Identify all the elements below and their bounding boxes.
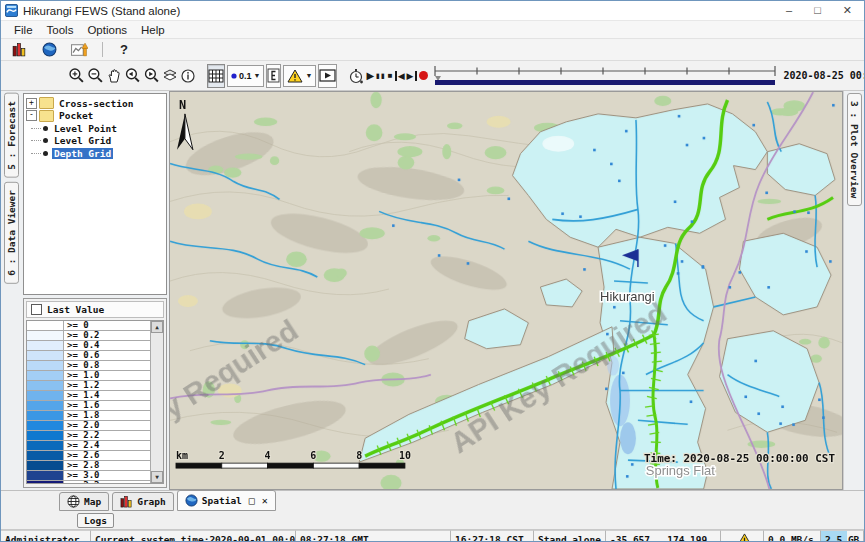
tree-expander-icon[interactable]: + (26, 98, 37, 109)
vertical-tab-plot-overview[interactable]: 3 : Plot Overview (847, 93, 862, 206)
legend-row-label: >= 3.0 (64, 471, 150, 480)
scale-tick: 10 (399, 450, 411, 461)
tree-connector (31, 128, 41, 129)
step-forward-button[interactable]: ▶ (406, 64, 418, 88)
time-settings-button[interactable] (347, 64, 365, 88)
legend-row-label: >= 1.6 (64, 401, 150, 410)
tab-maximize-icon[interactable]: □ (249, 495, 255, 506)
timeseries-dialog-button[interactable] (67, 38, 91, 62)
spatial-globe-icon (185, 494, 198, 507)
tree-item-label: Pocket (57, 110, 95, 121)
last-value-row: Last Value (26, 301, 164, 318)
record-button[interactable] (418, 64, 429, 88)
status-transfer-rate: 0.0 MB/s (764, 530, 821, 542)
pause-button[interactable]: ▮▮ (375, 64, 387, 88)
legend-color-swatch (27, 351, 64, 360)
vertical-tab-forecast[interactable]: 5 : Forecast (4, 93, 19, 178)
dot-icon (231, 73, 237, 79)
tree-item-depth-grid[interactable]: Depth Grid (26, 147, 164, 160)
legend-row-label: >= 2.0 (64, 421, 150, 430)
main-toolbar: ? (1, 39, 864, 61)
legend-row-label: >= 0.4 (64, 341, 150, 350)
app-window: Hikurangi FEWS (Stand alone) – □ ✕ FileT… (0, 0, 865, 542)
title-bar: Hikurangi FEWS (Stand alone) – □ ✕ (1, 1, 864, 21)
logs-button[interactable]: Logs (77, 513, 114, 528)
time-slider-bar (435, 80, 775, 85)
tree-item-cross-section[interactable]: +Cross-section (26, 97, 164, 110)
legend-color-swatch (27, 371, 64, 380)
map-globe-icon (67, 495, 80, 508)
legend-color-swatch (27, 461, 64, 470)
vertical-tab-data-viewer[interactable]: 6 : Data Viewer (4, 182, 19, 284)
tab-label: Spatial (202, 495, 242, 506)
animation-button[interactable] (318, 64, 337, 88)
place-label: Springs Flat (646, 463, 715, 478)
record-icon (419, 71, 428, 80)
menu-item-tools[interactable]: Tools (40, 24, 81, 36)
legend-color-swatch (27, 391, 64, 400)
step-back-button[interactable]: ◀ (394, 64, 406, 88)
legend-row-label: >= 2.2 (64, 431, 150, 440)
last-value-checkbox[interactable] (31, 304, 42, 315)
zoom-previous-button[interactable] (123, 64, 142, 88)
status-warning-cell[interactable] (721, 530, 764, 542)
scroll-down-icon[interactable]: ▼ (151, 471, 163, 483)
folder-icon (39, 97, 54, 109)
tree-expander-icon[interactable]: - (26, 110, 37, 121)
map-viewport[interactable]: API Key Required API Key Required Hikura… (169, 91, 843, 490)
thresholds-warning-dropdown[interactable]: ▼ (283, 65, 316, 87)
movie-play-icon (319, 69, 336, 82)
status-local-time: 16:27:18 CST (451, 530, 534, 542)
legend-row-label: >= 3.2 (64, 481, 150, 483)
zoom-out-button[interactable] (86, 64, 105, 88)
pan-button[interactable] (105, 64, 123, 88)
tab-map[interactable]: Map (59, 492, 109, 511)
legend-row-label: >= 2.4 (64, 441, 150, 450)
scroll-up-icon[interactable]: ▲ (151, 321, 163, 333)
maximize-button[interactable]: □ (814, 1, 821, 20)
time-slider[interactable] (433, 65, 777, 87)
scale-button[interactable] (266, 64, 281, 88)
warning-triangle-icon (287, 69, 303, 83)
tree-item-level-grid[interactable]: Level Grid (26, 135, 164, 148)
stop-button[interactable]: ■ (387, 64, 394, 88)
tab-graph[interactable]: Graph (112, 492, 174, 511)
map-canvas[interactable]: API Key Required API Key Required Hikura… (170, 92, 842, 489)
menu-item-help[interactable]: Help (134, 24, 172, 36)
tree-item-label: Level Grid (52, 135, 113, 146)
tree-item-pocket[interactable]: -Pocket (26, 110, 164, 123)
data-display-button[interactable] (7, 38, 31, 62)
menu-item-file[interactable]: File (7, 24, 40, 36)
window-title: Hikurangi FEWS (Stand alone) (23, 5, 786, 17)
status-system-time: Current system time:2020-09-01 00:00 CST (91, 530, 296, 542)
map-display-button[interactable] (37, 38, 61, 62)
legend-rows: >= 0>= 0.2>= 0.4>= 0.6>= 0.8>= 1.0>= 1.2… (27, 321, 150, 483)
menu-item-options[interactable]: Options (80, 24, 134, 36)
minimize-button[interactable]: – (786, 1, 792, 20)
menu-bar: FileToolsOptionsHelp (1, 21, 864, 39)
zoom-next-button[interactable] (142, 64, 161, 88)
info-button[interactable] (179, 64, 197, 88)
layers-button[interactable] (161, 64, 179, 88)
tree-item-level-point[interactable]: Level Point (26, 122, 164, 135)
legend-scrollbar[interactable]: ▲ ▼ (150, 321, 163, 483)
play-button[interactable]: ▶ (365, 64, 375, 88)
legend-color-swatch (27, 421, 64, 430)
legend-color-swatch (27, 341, 64, 350)
close-button[interactable]: ✕ (843, 1, 852, 20)
decimal-precision-dropdown[interactable]: 0.1▼ (227, 65, 264, 87)
bottom-tab-bar: MapGraphSpatial□✕ (1, 491, 864, 511)
tab-spatial[interactable]: Spatial□✕ (177, 490, 276, 511)
tree-item-label: Cross-section (57, 98, 135, 109)
right-tab-strip: 3 : Plot Overview (843, 91, 864, 490)
tab-close-icon[interactable]: ✕ (262, 495, 268, 506)
legend-row: >= 3.2 (27, 481, 150, 483)
scale-tick: 4 (265, 450, 271, 461)
legend-color-swatch (27, 451, 64, 460)
zoom-out-icon (87, 67, 104, 84)
help-button[interactable]: ? (114, 42, 134, 57)
chart-arrow-icon (71, 42, 88, 57)
left-tab-strip: 5 : Forecast6 : Data Viewer (1, 91, 21, 490)
zoom-in-button[interactable] (67, 64, 86, 88)
grid-display-button[interactable] (207, 64, 225, 88)
